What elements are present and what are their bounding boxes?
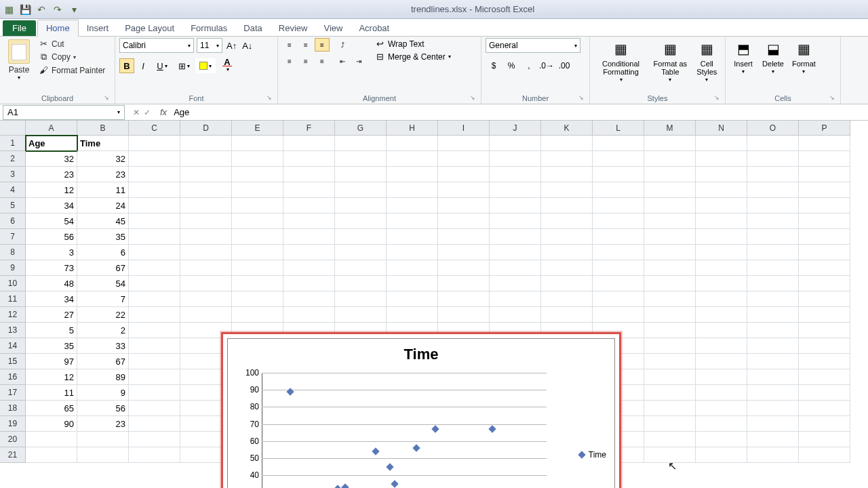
- cell[interactable]: [747, 385, 799, 401]
- cell[interactable]: [799, 260, 850, 276]
- cell[interactable]: [541, 167, 593, 182]
- cell[interactable]: 90: [26, 416, 77, 432]
- cell[interactable]: [232, 260, 283, 276]
- bold-button[interactable]: B: [119, 58, 134, 73]
- cell[interactable]: [129, 369, 180, 385]
- conditional-formatting-button[interactable]: ▦Conditional Formatting▾: [594, 38, 648, 85]
- cell[interactable]: [696, 432, 747, 447]
- row-header[interactable]: 9: [0, 260, 26, 276]
- cell[interactable]: 5: [26, 323, 77, 338]
- cell[interactable]: 27: [26, 307, 77, 323]
- cell[interactable]: [129, 229, 180, 245]
- cell[interactable]: [644, 416, 696, 432]
- cell[interactable]: [232, 167, 283, 182]
- cell[interactable]: [335, 182, 387, 198]
- save-icon[interactable]: 💾: [19, 3, 31, 16]
- cell[interactable]: 2: [77, 323, 129, 338]
- cell[interactable]: [335, 260, 387, 276]
- cell[interactable]: [696, 260, 747, 276]
- cell[interactable]: [283, 260, 335, 276]
- cell[interactable]: [696, 229, 747, 245]
- cancel-formula-icon[interactable]: ✕: [133, 108, 140, 117]
- cell[interactable]: [129, 291, 180, 307]
- cell[interactable]: [799, 401, 850, 416]
- cell[interactable]: [696, 401, 747, 416]
- cell[interactable]: [335, 167, 387, 182]
- copy-button[interactable]: ⧉Copy▾: [37, 51, 106, 63]
- row-header[interactable]: 6: [0, 214, 26, 229]
- cell[interactable]: [387, 245, 438, 260]
- cell[interactable]: [232, 182, 283, 198]
- cell[interactable]: [747, 276, 799, 291]
- cell[interactable]: [335, 307, 387, 323]
- cell[interactable]: [593, 136, 644, 151]
- view-tab[interactable]: View: [315, 20, 351, 36]
- column-header[interactable]: J: [490, 121, 541, 136]
- cell[interactable]: 32: [26, 151, 77, 167]
- cell[interactable]: [26, 432, 77, 447]
- cell[interactable]: [593, 291, 644, 307]
- fill-color-button[interactable]: [195, 58, 216, 73]
- cell[interactable]: 22: [77, 307, 129, 323]
- row-header[interactable]: 21: [0, 447, 26, 463]
- cell[interactable]: 12: [26, 182, 77, 198]
- cell[interactable]: [747, 291, 799, 307]
- cell[interactable]: [747, 136, 799, 151]
- cell[interactable]: [232, 151, 283, 167]
- column-header[interactable]: B: [77, 121, 129, 136]
- cell[interactable]: [387, 229, 438, 245]
- column-header[interactable]: A: [26, 121, 77, 136]
- cell[interactable]: 23: [26, 167, 77, 182]
- cell[interactable]: [541, 245, 593, 260]
- cell[interactable]: [747, 432, 799, 447]
- cell[interactable]: [438, 182, 490, 198]
- data-point[interactable]: [372, 447, 379, 455]
- cell[interactable]: Age: [26, 136, 77, 151]
- cell[interactable]: [593, 229, 644, 245]
- cell[interactable]: [387, 260, 438, 276]
- cell[interactable]: [180, 214, 232, 229]
- cell[interactable]: [283, 198, 335, 214]
- cell[interactable]: [490, 229, 541, 245]
- cell[interactable]: [180, 198, 232, 214]
- cell[interactable]: [180, 307, 232, 323]
- data-point[interactable]: [488, 425, 496, 432]
- data-point[interactable]: [341, 483, 349, 488]
- cell[interactable]: [180, 276, 232, 291]
- cell[interactable]: [232, 245, 283, 260]
- cell[interactable]: [696, 369, 747, 385]
- cell[interactable]: [799, 229, 850, 245]
- row-header[interactable]: 10: [0, 276, 26, 291]
- page-layout-tab[interactable]: Page Layout: [117, 20, 182, 36]
- cell[interactable]: [129, 323, 180, 338]
- chart-object[interactable]: Time 01020304050607080901000204060801001…: [221, 332, 621, 488]
- cell[interactable]: [129, 151, 180, 167]
- cell[interactable]: [335, 245, 387, 260]
- delete-cells-button[interactable]: ⬓Delete▾: [760, 38, 787, 77]
- cell[interactable]: [799, 369, 850, 385]
- cell[interactable]: [696, 182, 747, 198]
- cell[interactable]: [438, 151, 490, 167]
- comma-button[interactable]: ,: [521, 58, 537, 73]
- cell[interactable]: [747, 214, 799, 229]
- shrink-font-button[interactable]: A↓: [241, 41, 254, 51]
- cell[interactable]: [541, 276, 593, 291]
- formula-input[interactable]: Age: [171, 107, 868, 117]
- cell[interactable]: [387, 167, 438, 182]
- insert-tab[interactable]: Insert: [79, 20, 117, 36]
- cell[interactable]: [593, 214, 644, 229]
- cut-button[interactable]: ✂Cut: [37, 38, 106, 49]
- cell[interactable]: [541, 307, 593, 323]
- column-header[interactable]: P: [799, 121, 850, 136]
- cell[interactable]: [696, 198, 747, 214]
- cell[interactable]: [644, 182, 696, 198]
- cell[interactable]: [490, 214, 541, 229]
- chart-title[interactable]: Time: [228, 339, 614, 366]
- cell[interactable]: [644, 167, 696, 182]
- column-header[interactable]: I: [438, 121, 490, 136]
- cell[interactable]: 54: [26, 214, 77, 229]
- cell[interactable]: [335, 136, 387, 151]
- cell[interactable]: [490, 151, 541, 167]
- column-header[interactable]: F: [283, 121, 335, 136]
- cell[interactable]: [490, 136, 541, 151]
